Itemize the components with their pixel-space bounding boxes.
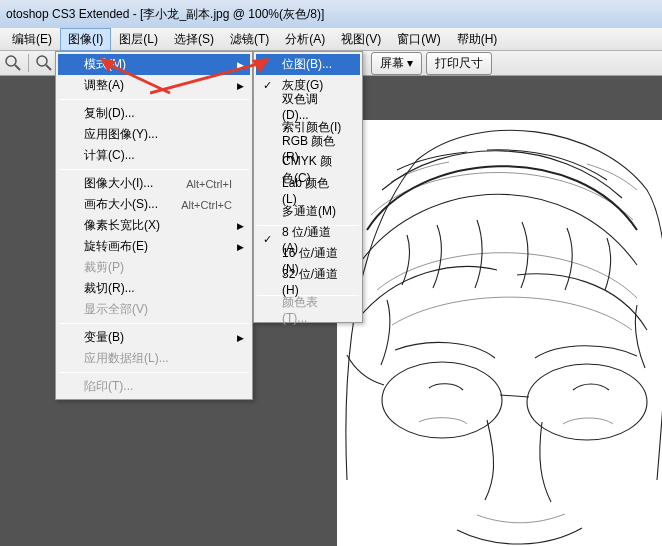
svg-line-3 [46, 65, 51, 70]
menu-help[interactable]: 帮助(H) [449, 28, 506, 51]
menu-32bit[interactable]: 32 位/通道(H) [256, 271, 360, 292]
menu-datasets: 应用数据组(L)... [58, 348, 250, 369]
document-canvas[interactable] [337, 120, 662, 546]
svg-line-1 [15, 65, 20, 70]
menu-trap: 陷印(T)... [58, 376, 250, 397]
submenu-arrow-icon: ▶ [237, 81, 244, 91]
svg-point-0 [6, 56, 16, 66]
check-icon: ✓ [263, 79, 272, 92]
menu-window[interactable]: 窗口(W) [389, 28, 448, 51]
menu-duotone[interactable]: 双色调(D)... [256, 96, 360, 117]
check-icon: ✓ [263, 233, 272, 246]
submenu-arrow-icon: ▶ [237, 242, 244, 252]
menu-edit[interactable]: 编辑(E) [4, 28, 60, 51]
menu-trim[interactable]: 裁切(R)... [58, 278, 250, 299]
menu-color-table: 颜色表(T)... [256, 299, 360, 320]
submenu-arrow-icon: ▶ [237, 333, 244, 343]
screen-button[interactable]: 屏幕 ▾ [371, 52, 422, 75]
menu-lab[interactable]: Lab 颜色(L) [256, 180, 360, 201]
menu-multichannel[interactable]: 多通道(M) [256, 201, 360, 222]
menu-duplicate[interactable]: 复制(D)... [58, 103, 250, 124]
menu-apply-image[interactable]: 应用图像(Y)... [58, 124, 250, 145]
print-size-button[interactable]: 打印尺寸 [426, 52, 492, 75]
menu-rotate-canvas[interactable]: 旋转画布(E) ▶ [58, 236, 250, 257]
menu-select[interactable]: 选择(S) [166, 28, 222, 51]
menu-filter[interactable]: 滤镜(T) [222, 28, 277, 51]
menu-reveal-all: 显示全部(V) [58, 299, 250, 320]
menu-separator [59, 169, 249, 170]
menu-view[interactable]: 视图(V) [333, 28, 389, 51]
menu-canvas-size[interactable]: 画布大小(S)... Alt+Ctrl+C [58, 194, 250, 215]
separator [28, 54, 29, 72]
menu-crop: 裁剪(P) [58, 257, 250, 278]
menu-pixel-aspect[interactable]: 像素长宽比(X) ▶ [58, 215, 250, 236]
menu-image[interactable]: 图像(I) [60, 28, 111, 51]
image-menu-dropdown: 模式(M) ▶ 调整(A) ▶ 复制(D)... 应用图像(Y)... 计算(C… [55, 51, 253, 400]
svg-rect-4 [337, 120, 662, 546]
submenu-arrow-icon: ▶ [237, 221, 244, 231]
menu-variables[interactable]: 变量(B) ▶ [58, 327, 250, 348]
menu-separator [59, 99, 249, 100]
menu-mode[interactable]: 模式(M) ▶ [58, 54, 250, 75]
menu-adjust[interactable]: 调整(A) ▶ [58, 75, 250, 96]
menu-layer[interactable]: 图层(L) [111, 28, 166, 51]
title-bar: otoshop CS3 Extended - [李小龙_副本.jpg @ 100… [0, 0, 662, 28]
menu-separator [59, 323, 249, 324]
menu-analysis[interactable]: 分析(A) [277, 28, 333, 51]
menu-image-size[interactable]: 图像大小(I)... Alt+Ctrl+I [58, 173, 250, 194]
zoom-option-icon[interactable] [35, 54, 53, 72]
menu-separator [59, 372, 249, 373]
menu-calculations[interactable]: 计算(C)... [58, 145, 250, 166]
zoom-icon [4, 54, 22, 72]
menu-bitmap[interactable]: 位图(B)... [256, 54, 360, 75]
mode-submenu: 位图(B)... ✓ 灰度(G) 双色调(D)... 索引颜色(I) RGB 颜… [253, 51, 363, 323]
title-text: otoshop CS3 Extended - [李小龙_副本.jpg @ 100… [6, 6, 324, 23]
submenu-arrow-icon: ▶ [237, 60, 244, 70]
svg-point-2 [37, 56, 47, 66]
menu-bar: 编辑(E) 图像(I) 图层(L) 选择(S) 滤镜(T) 分析(A) 视图(V… [0, 28, 662, 51]
